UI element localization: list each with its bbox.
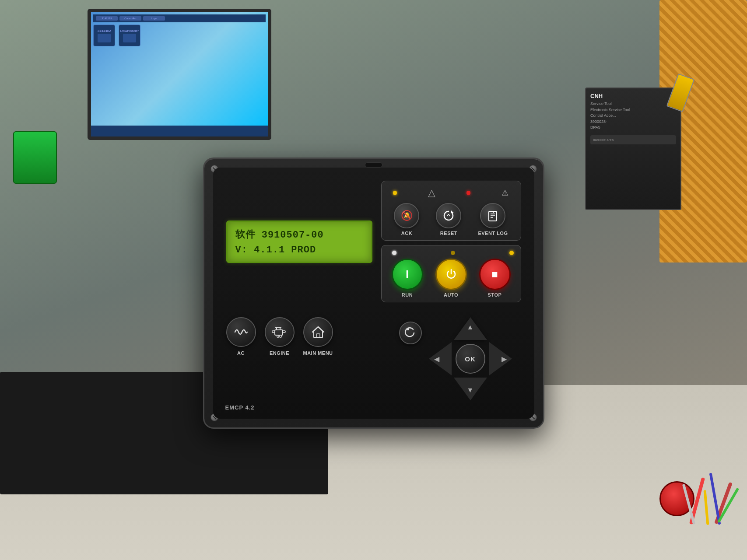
- auto-button[interactable]: [435, 259, 467, 290]
- svg-rect-12: [280, 335, 281, 337]
- run-indicator-row: [389, 251, 514, 255]
- engine-icon: [271, 324, 288, 340]
- stop-label: STOP: [488, 292, 502, 298]
- run-button[interactable]: I: [392, 259, 423, 290]
- monitor-screen: 3142519 Caterpillar Logo 3144482 Downloa…: [91, 12, 268, 136]
- engine-button[interactable]: [265, 317, 295, 347]
- svg-marker-0: [451, 210, 454, 213]
- monitor-taskbar: [91, 126, 268, 136]
- home-icon: [310, 324, 326, 340]
- reset-label: RESET: [440, 231, 457, 236]
- stop-button[interactable]: ■: [479, 259, 511, 290]
- eventlog-label: EVENT LOG: [478, 231, 508, 236]
- alarm-triangle-icon: ⚠: [497, 188, 513, 198]
- run-label: RUN: [402, 292, 413, 298]
- emcp-model-label: EMCP 4.2: [225, 404, 255, 411]
- main-menu-button-group: MAIN MENU: [303, 317, 333, 356]
- ok-button[interactable]: OK: [456, 344, 485, 374]
- auto-label: AUTO: [444, 292, 458, 298]
- main-menu-button[interactable]: [303, 317, 333, 347]
- ack-button-group: 🔕 ACK: [394, 203, 419, 236]
- back-button[interactable]: [399, 322, 422, 344]
- svg-rect-13: [316, 334, 320, 337]
- alarm-led: [466, 191, 471, 195]
- ok-label: OK: [465, 355, 476, 363]
- green-device: [13, 131, 57, 184]
- run-icon: I: [406, 268, 409, 281]
- svg-rect-1: [489, 211, 497, 221]
- auto-button-group: AUTO: [435, 259, 467, 298]
- ack-bell-icon: 🔕: [401, 211, 413, 220]
- ac-button-group: AC: [226, 317, 256, 356]
- stop-icon: ■: [491, 268, 498, 280]
- warning-led: [393, 191, 397, 195]
- svg-rect-5: [275, 330, 283, 335]
- lcd-line-1: 软件 3910507-00: [235, 228, 363, 241]
- run-led: [392, 251, 396, 255]
- right-panels: △ ⚠ 🔕 ACK: [381, 181, 521, 302]
- dpad-down-button[interactable]: [454, 378, 487, 400]
- cables: [616, 459, 747, 525]
- camera-notch: [365, 162, 382, 168]
- eventlog-button-group: EVENT LOG: [478, 203, 508, 236]
- indicator-row: △ ⚠: [389, 187, 514, 199]
- auto-led: [451, 251, 455, 255]
- run-button-group: I RUN: [392, 259, 423, 298]
- ac-label: AC: [237, 350, 245, 356]
- stop-led: [509, 251, 514, 255]
- reset-icon: [442, 209, 456, 223]
- engine-label: ENGINE: [270, 350, 289, 356]
- cnh-tool-box: CNH Service Tool Electronic Service Tool…: [585, 88, 681, 210]
- directional-pad: ▲ ◀ ▶ ▼ OK: [429, 317, 512, 400]
- ac-button[interactable]: [226, 317, 256, 347]
- lcd-container: 软件 3910507-00 V: 4.1.1 PROD: [226, 181, 372, 302]
- run-buttons-row: I RUN: [389, 259, 514, 298]
- back-button-container: [399, 322, 422, 344]
- dpad-right-button[interactable]: [489, 342, 512, 375]
- event-log-button[interactable]: [480, 203, 505, 228]
- warning-triangle-icon: △: [423, 187, 440, 199]
- top-row: 软件 3910507-00 V: 4.1.1 PROD △: [226, 181, 521, 302]
- controller-outer-frame: 软件 3910507-00 V: 4.1.1 PROD △: [203, 158, 544, 429]
- auto-power-icon: [445, 268, 458, 281]
- reset-button[interactable]: [436, 203, 461, 228]
- controller-panel: 软件 3910507-00 V: 4.1.1 PROD △: [203, 158, 544, 429]
- dpad-with-back: ▲ ◀ ▶ ▼ OK: [399, 317, 512, 400]
- ack-label: ACK: [401, 231, 412, 236]
- reset-button-group: RESET: [436, 203, 461, 236]
- stop-button-group: ■ STOP: [479, 259, 511, 298]
- dpad-left-button[interactable]: [429, 342, 452, 375]
- bottom-row: AC: [226, 317, 521, 400]
- lcd-line-2: V: 4.1.1 PROD: [235, 245, 363, 256]
- event-log-icon: [486, 209, 500, 223]
- alert-buttons-row: 🔕 ACK: [389, 203, 514, 236]
- dpad-section: ▲ ◀ ▶ ▼ OK: [390, 317, 521, 400]
- alert-panel: △ ⚠ 🔕 ACK: [381, 181, 521, 241]
- main-menu-label: MAIN MENU: [303, 350, 333, 356]
- controller-inner: 软件 3910507-00 V: 4.1.1 PROD △: [213, 168, 534, 419]
- back-arrow-icon: [404, 327, 417, 339]
- nav-left-buttons: AC: [226, 317, 381, 356]
- engine-button-group: ENGINE: [265, 317, 295, 356]
- lcd-screen: 软件 3910507-00 V: 4.1.1 PROD: [226, 220, 372, 263]
- monitor: 3142519 Caterpillar Logo 3144482 Downloa…: [88, 9, 271, 140]
- ack-button[interactable]: 🔕: [394, 203, 419, 228]
- svg-rect-11: [277, 335, 279, 337]
- run-panel: I RUN: [381, 245, 521, 302]
- dpad-up-button[interactable]: [454, 317, 487, 340]
- ac-sine-icon: [233, 324, 249, 340]
